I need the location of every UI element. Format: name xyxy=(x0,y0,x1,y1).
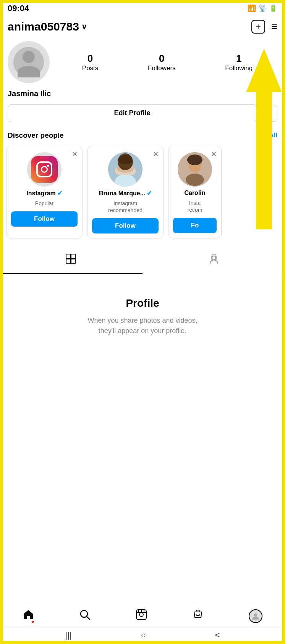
svg-point-7 xyxy=(186,174,204,186)
instagram-avatar xyxy=(27,152,62,187)
shop-icon xyxy=(192,609,204,623)
avatar-body xyxy=(18,66,40,77)
wifi-icon: 📶 xyxy=(248,4,256,13)
carolina-name: Carolin xyxy=(184,190,205,196)
instagram-name: Instagram ✔ xyxy=(26,190,62,197)
svg-rect-10 xyxy=(66,254,70,258)
bruna-avatar-svg xyxy=(108,152,142,187)
profile-nav-icon xyxy=(249,609,262,623)
username-button[interactable]: anima050783 ∨ xyxy=(8,20,87,33)
carolina-subtitle: Instarecom xyxy=(188,200,202,213)
follow-carolina-button[interactable]: Fo xyxy=(173,218,217,233)
followers-count: 0 xyxy=(159,53,164,64)
stats-row: 0 Posts 0 Followers 1 Following xyxy=(57,53,277,72)
followers-label: Followers xyxy=(148,64,176,72)
suggestions-scroll: ✕ Instagram ✔ Popular Follow ✕ xyxy=(0,143,285,242)
svg-rect-13 xyxy=(71,259,75,263)
suggestion-card-carolina: ✕ Carolin Instarecom Fo xyxy=(168,146,222,238)
posts-label: Posts xyxy=(82,64,99,72)
close-card-bruna-button[interactable]: ✕ xyxy=(153,150,159,158)
close-card-carolina-button[interactable]: ✕ xyxy=(211,150,217,158)
avatar[interactable] xyxy=(8,41,50,83)
header-actions: + ≡ xyxy=(251,20,277,34)
carolina-avatar-svg xyxy=(178,152,212,187)
svg-point-14 xyxy=(212,256,216,260)
svg-point-19 xyxy=(139,613,143,617)
svg-point-24 xyxy=(254,613,257,617)
instagram-subtitle: Popular xyxy=(35,200,53,207)
edit-profile-row: Edit Profile ⌄ xyxy=(0,104,285,128)
share-profile-button[interactable]: ⌄ xyxy=(261,105,277,122)
nav-icons xyxy=(0,604,285,626)
instagram-logo-dot xyxy=(47,165,49,167)
person-tag-icon xyxy=(208,254,220,268)
battery-icon: 🔋 xyxy=(269,4,277,13)
svg-point-5 xyxy=(118,155,132,164)
empty-state-subtitle: When you share photos and videos,they'll… xyxy=(15,316,270,336)
nav-shop[interactable] xyxy=(192,609,204,623)
bottom-nav: ||| ○ < xyxy=(0,604,285,644)
discover-header: Discover people See All xyxy=(0,128,285,143)
close-card-instagram-button[interactable]: ✕ xyxy=(72,150,78,158)
android-nav: ||| ○ < xyxy=(0,626,285,644)
instagram-logo-icon xyxy=(31,156,58,183)
reels-icon xyxy=(136,609,147,623)
home-icon xyxy=(23,609,34,623)
following-stat[interactable]: 1 Following xyxy=(225,53,253,72)
username-chevron-icon: ∨ xyxy=(81,22,87,31)
empty-state-title: Profile xyxy=(15,297,270,309)
nav-home[interactable] xyxy=(23,609,34,623)
android-back-button[interactable]: < xyxy=(215,630,220,640)
posts-stat[interactable]: 0 Posts xyxy=(82,53,99,72)
suggestion-card-bruna: ✕ Bruna Marque... ✔ Instagramrecommended… xyxy=(87,146,164,238)
follow-bruna-button[interactable]: Follow xyxy=(92,218,159,233)
profile-empty-state: Profile When you share photos and videos… xyxy=(0,274,285,359)
svg-line-17 xyxy=(87,617,90,620)
nav-profile[interactable] xyxy=(249,609,262,623)
followers-stat[interactable]: 0 Followers xyxy=(148,53,176,72)
see-all-button[interactable]: See All xyxy=(256,132,277,139)
nav-search[interactable] xyxy=(79,609,91,623)
username-text: anima050783 xyxy=(8,20,79,33)
verified-badge-instagram: ✔ xyxy=(57,190,62,197)
edit-profile-button[interactable]: Edit Profile xyxy=(8,104,257,122)
profile-name: Jasmina Ilic xyxy=(0,88,285,104)
home-notification-dot xyxy=(32,621,34,623)
android-home-button[interactable]: ○ xyxy=(141,630,146,640)
header: anima050783 ∨ + ≡ xyxy=(0,17,285,37)
add-icon: + xyxy=(251,20,265,34)
grid-icon xyxy=(66,254,77,268)
menu-button[interactable]: ≡ xyxy=(271,21,277,33)
status-bar: 09:04 📶 📡 🔋 xyxy=(0,0,285,17)
tab-tagged[interactable] xyxy=(142,248,285,274)
avatar-head xyxy=(23,51,35,63)
carolina-avatar xyxy=(178,152,212,187)
bruna-avatar xyxy=(108,152,142,187)
add-content-button[interactable]: + xyxy=(251,20,265,34)
chevron-down-icon: ⌄ xyxy=(266,109,272,118)
discover-title: Discover people xyxy=(8,131,64,140)
avatar-inner xyxy=(13,47,44,77)
profile-section: 0 Posts 0 Followers 1 Following xyxy=(0,37,285,88)
bruna-name: Bruna Marque... ✔ xyxy=(99,190,152,197)
tabs-row xyxy=(0,248,285,274)
suggestion-card-instagram: ✕ Instagram ✔ Popular Follow xyxy=(6,146,83,238)
svg-rect-11 xyxy=(71,254,75,258)
status-time: 09:04 xyxy=(8,3,29,13)
search-icon xyxy=(79,609,91,623)
hamburger-icon: ≡ xyxy=(271,21,277,32)
posts-count: 0 xyxy=(87,53,93,64)
following-label: Following xyxy=(225,64,253,72)
status-icons: 📶 📡 🔋 xyxy=(248,4,277,13)
instagram-logo-circle xyxy=(41,166,48,173)
instagram-logo-inner xyxy=(36,161,52,177)
signal-icon: 📡 xyxy=(258,4,267,13)
follow-instagram-button[interactable]: Follow xyxy=(11,211,78,227)
tab-posts[interactable] xyxy=(0,248,142,274)
svg-rect-12 xyxy=(66,259,70,263)
bruna-subtitle: Instagramrecommended xyxy=(108,200,142,214)
svg-point-9 xyxy=(187,155,202,165)
android-recents-button[interactable]: ||| xyxy=(65,630,71,640)
nav-reels[interactable] xyxy=(136,609,147,623)
verified-badge-bruna: ✔ xyxy=(147,190,152,197)
